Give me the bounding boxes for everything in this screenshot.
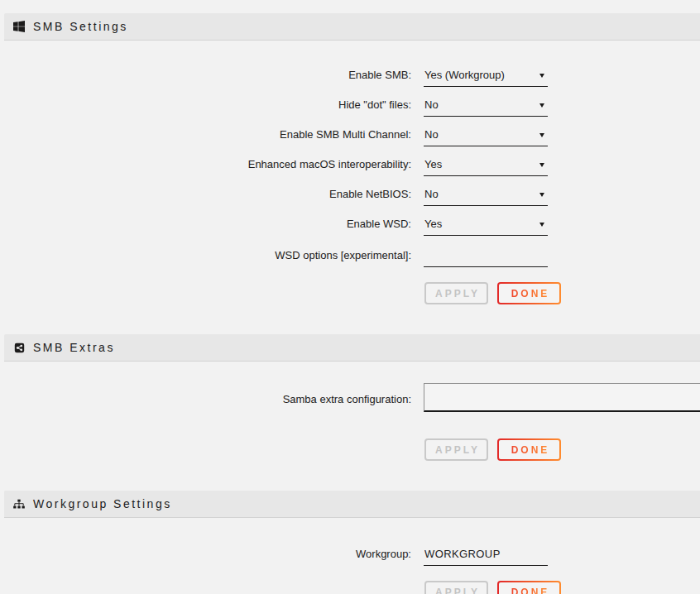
- field-label: Enable WSD:: [0, 218, 411, 230]
- workgroup-apply-button[interactable]: APPLY: [424, 581, 488, 594]
- workgroup-done-button[interactable]: DONE: [497, 581, 561, 594]
- field-row-macos-interop: Enhanced macOS interoperability: Yes: [0, 158, 700, 176]
- windows-icon: [13, 21, 25, 32]
- caret-down-icon: [539, 193, 544, 197]
- select-value: Yes: [424, 158, 442, 170]
- smb-extras-apply-button[interactable]: APPLY: [424, 438, 488, 461]
- section-title: SMB Settings: [33, 20, 128, 33]
- caret-down-icon: [539, 163, 544, 167]
- section-workgroup-settings: Workgroup Settings Workgroup: APPLY DONE: [0, 491, 700, 594]
- field-row-smb-multi-channel: Enable SMB Multi Channel: No: [0, 128, 700, 146]
- select-value: No: [424, 188, 439, 200]
- button-row: APPLY DONE: [424, 581, 700, 594]
- field-row-enable-netbios: Enable NetBIOS: No: [0, 188, 700, 206]
- select-value: Yes: [424, 218, 442, 230]
- field-label: WSD options [experimental]:: [0, 249, 411, 261]
- smb-settings-apply-button[interactable]: APPLY: [424, 282, 488, 304]
- section-title: SMB Extras: [33, 341, 115, 354]
- samba-extra-config-textarea[interactable]: [424, 383, 700, 412]
- field-label: Enable SMB:: [0, 69, 411, 81]
- caret-down-icon: [539, 223, 544, 227]
- field-row-enable-smb: Enable SMB: Yes (Workgroup): [0, 69, 700, 87]
- smb-settings-done-button[interactable]: DONE: [497, 282, 561, 304]
- sitemap-icon: [13, 498, 25, 510]
- section-header-workgroup-settings: Workgroup Settings: [4, 491, 700, 518]
- section-header-smb-extras: SMB Extras: [4, 334, 700, 362]
- workgroup-input[interactable]: [424, 548, 548, 566]
- enable-wsd-select[interactable]: Yes: [424, 218, 548, 236]
- enable-netbios-select[interactable]: No: [424, 188, 548, 206]
- field-row-samba-extra-config: Samba extra configuration:: [0, 383, 700, 415]
- select-value: Yes (Workgroup): [424, 69, 505, 81]
- field-label: Workgroup:: [0, 548, 411, 560]
- field-row-workgroup: Workgroup:: [0, 546, 700, 566]
- field-label: Hide "dot" files:: [0, 98, 411, 111]
- field-label: Enable NetBIOS:: [0, 188, 411, 200]
- wsd-options-input[interactable]: [424, 249, 548, 267]
- enable-smb-select[interactable]: Yes (Workgroup): [424, 69, 548, 87]
- settings-page: SMB Settings Enable SMB: Yes (Workgroup)…: [0, 0, 700, 594]
- section-smb-settings: SMB Settings Enable SMB: Yes (Workgroup)…: [0, 13, 700, 328]
- select-value: No: [424, 98, 439, 111]
- macos-interop-select[interactable]: Yes: [424, 158, 548, 176]
- section-header-smb-settings: SMB Settings: [4, 13, 700, 41]
- field-row-enable-wsd: Enable WSD: Yes: [0, 218, 700, 236]
- caret-down-icon: [539, 74, 544, 78]
- field-row-hide-dot-files: Hide "dot" files: No: [0, 98, 700, 117]
- smb-extras-done-button[interactable]: DONE: [497, 438, 561, 461]
- smb-multi-channel-select[interactable]: No: [424, 128, 548, 146]
- button-row: APPLY DONE: [424, 438, 700, 461]
- hide-dot-files-select[interactable]: No: [424, 98, 548, 117]
- field-label: Enhanced macOS interoperability:: [0, 158, 411, 170]
- share-alt-square-icon: [13, 342, 25, 353]
- section-title: Workgroup Settings: [33, 497, 172, 510]
- section-smb-extras: SMB Extras Samba extra configuration: AP…: [0, 334, 700, 484]
- caret-down-icon: [539, 133, 544, 137]
- caret-down-icon: [539, 103, 544, 108]
- field-label: Samba extra configuration:: [0, 393, 411, 405]
- button-row: APPLY DONE: [424, 282, 700, 304]
- select-value: No: [424, 128, 439, 141]
- field-row-wsd-options: WSD options [experimental]:: [0, 247, 700, 267]
- field-label: Enable SMB Multi Channel:: [0, 128, 411, 141]
